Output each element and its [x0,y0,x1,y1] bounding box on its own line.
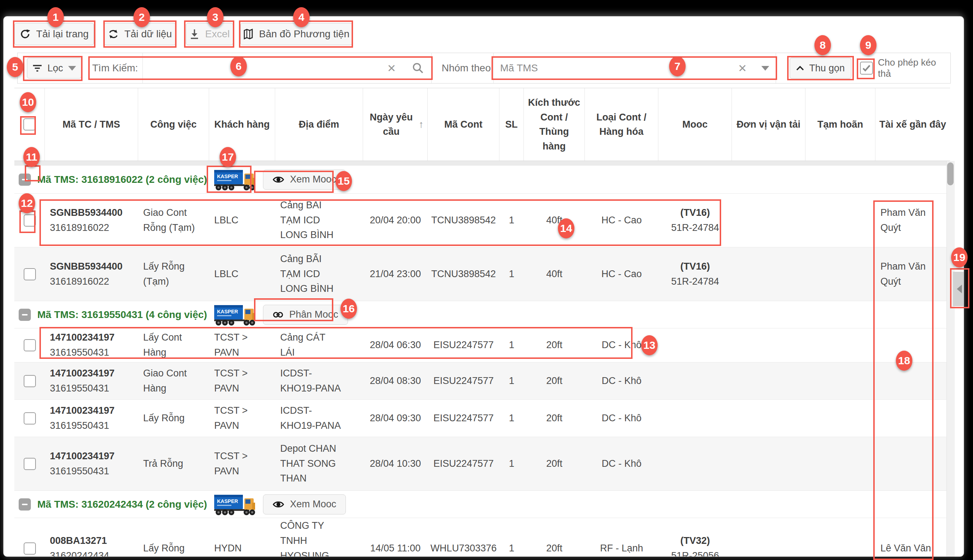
column-header-label: Công việc [150,117,197,132]
column-header[interactable]: Kích thước Cont / Thùng hàng [524,88,585,161]
excel-export-button[interactable]: Excel [186,23,233,45]
row-checkbox[interactable] [24,542,36,555]
row-checkbox[interactable] [24,412,36,425]
chevron-down-icon[interactable] [761,66,769,71]
location-cell: Cảng CÁT LÁI [280,330,342,360]
cont-code-cell: TCNU3898542 [428,247,500,301]
column-header[interactable]: Công việc [138,88,209,161]
date-cell: 28/04 10:30 [363,437,428,490]
select-all-checkbox[interactable] [23,118,35,130]
column-header[interactable]: Mã Cont [428,88,500,161]
table-cell: 14710023419731619550431 [45,400,138,437]
table-row[interactable]: 008BA1327131620242434Lấy RỗngHYDNCÔNG TY… [14,518,946,557]
filter-button[interactable]: Lọc [27,58,82,78]
customer-cell: TCST > PAVN [209,328,275,362]
svg-text:KASPER: KASPER [217,173,238,179]
truck-logo: KASPER [214,492,256,517]
group-by-select[interactable]: Mã TMS ✕ [493,53,776,83]
column-header-label: Tài xế gần đây [879,117,946,132]
collapse-button[interactable]: Thu gọn [790,58,851,78]
clear-search-icon[interactable]: ✕ [387,62,396,75]
column-header[interactable]: SL [500,88,524,161]
column-header-label: Ngày yêu cầu [367,110,416,139]
column-header-label: Khách hàng [214,117,270,132]
reload-page-button[interactable]: Tải lại trang [14,23,94,45]
search-input[interactable]: ✕ [142,53,431,83]
column-header[interactable]: Mooc [659,88,732,161]
column-header[interactable]: Đơn vị vận tải [732,88,806,161]
collapse-group-button[interactable] [18,498,31,510]
postpone-cell [806,193,875,247]
row-checkbox[interactable] [24,268,36,280]
column-header[interactable]: Khách hàng [209,88,275,161]
column-header[interactable]: Địa điểm [275,88,363,161]
tms-code: 31619550431 [50,418,109,433]
driver-cell [875,400,946,437]
tms-code: 31619550431 [50,464,109,479]
postpone-cell [806,437,875,490]
location-cell: ICDST-KHO19-PANA [280,403,342,433]
table-row[interactable]: 14710023419731619550431Lấy Cont HàngTCST… [14,328,946,362]
job-cell: Lấy Rỗng (Tạm) [138,247,209,301]
vehicle-map-button[interactable]: Bản đồ Phương tiện [241,23,352,45]
xem-mooc-button[interactable]: Xem Mooc [263,170,346,190]
truck-logo-image: KASPER [214,492,256,517]
column-header[interactable]: Ngày yêu cầu↑ [363,88,428,161]
table-row[interactable]: 14710023419731619550431Lấy RỗngTCST > PA… [14,400,946,437]
cont-code-cell: EISU2247577 [428,328,500,362]
xem-mooc-button[interactable]: Xem Mooc [263,494,346,515]
tc-code: 147100234197 [50,366,114,381]
table-cell: ICDST-KHO19-PANA [275,400,363,437]
select-all-cell[interactable] [14,88,45,161]
download-icon [189,29,199,40]
customer-cell: HYDN [209,518,275,557]
row-checkbox[interactable] [24,214,36,227]
table-cell: (TV16)51R-24784 [659,247,732,301]
row-checkbox[interactable] [24,458,36,470]
vertical-scrollbar-track[interactable] [946,161,955,557]
column-header-label: Kích thước Cont / Thùng hàng [527,95,581,153]
vertical-scrollbar-thumb[interactable] [947,162,954,185]
table-row[interactable]: SGNBB593440031618916022Giao Cont Rỗng (T… [14,193,946,247]
panel-collapse-arrow[interactable] [953,272,964,306]
table-row[interactable]: SGNBB593440031618916022Lấy Rỗng (Tạm)LBL… [14,247,946,301]
location-cell: CÔNG TY TNHH HYOSUNG ĐỒNG NAI [280,518,342,557]
transport-unit-cell [732,362,806,399]
group-action-label: Xem Mooc [290,174,336,185]
truck-logo: KASPER [214,302,256,327]
load-data-button[interactable]: Tải dữ liệu [104,23,176,45]
collapse-group-button[interactable] [18,173,31,186]
phan-mooc-button[interactable]: Phân Mooc [263,305,348,325]
transport-unit-cell [732,437,806,490]
collapse-group-button[interactable] [18,309,31,321]
column-header[interactable]: Mã TC / TMS [45,88,138,161]
filter-bar: Lọc Tìm Kiếm: ✕ Nhóm theo: Mã TMS ✕ Thu … [17,53,951,83]
row-checkbox[interactable] [24,375,36,387]
group-by-label: Nhóm theo: [441,53,494,83]
search-icon[interactable] [412,62,424,74]
link-icon [273,310,283,319]
app-window: Tải lại trang Tải dữ liệu Excel Bản đồ P… [3,17,964,557]
truck-logo-image: KASPER [214,167,256,192]
quantity-cell: 1 [500,518,524,557]
tms-code: 31618916022 [50,220,109,235]
clear-group-icon[interactable]: ✕ [738,62,747,75]
table-row[interactable]: 14710023419731619550431Trả RỗngTCST > PA… [14,437,946,491]
column-header[interactable]: Tạm hoãn [806,88,875,161]
driver-cell: Pham Văn Quýt [875,247,946,301]
row-checkbox[interactable] [24,339,36,351]
mooc-label: (TV32) [680,533,710,548]
transport-unit-cell [732,400,806,437]
drag-drop-checkbox[interactable] [860,62,873,75]
column-header[interactable]: Tài xế gần đây [875,88,950,161]
group-action-label: Phân Mooc [289,309,338,320]
size-cell: 20ft [524,362,585,399]
column-header[interactable]: Loại Cont / Hàng hóa [585,88,659,161]
cont-type-cell: DC - Khô [585,362,659,399]
load-data-label: Tải dữ liệu [124,28,172,40]
size-cell: 40ft [524,247,585,301]
chevron-down-icon [68,66,76,71]
filter-label: Lọc [47,63,63,74]
horizontal-scrollbar[interactable] [14,161,950,166]
table-row[interactable]: 14710023419731619550431Giao Cont HàngTCS… [14,362,946,400]
